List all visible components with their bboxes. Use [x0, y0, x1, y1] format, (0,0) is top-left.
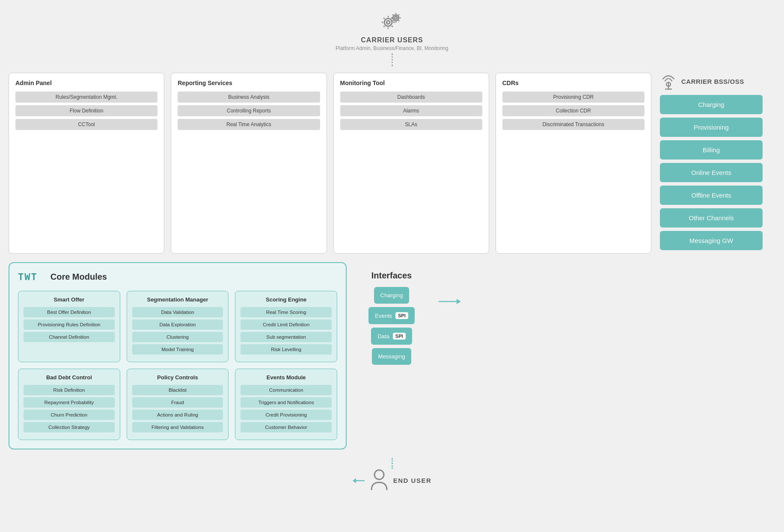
page-container: CARRIER USERS Platform Admin, Business/F… [0, 0, 784, 532]
bss-btn-billing[interactable]: Billing [660, 140, 763, 160]
svg-line-16 [392, 15, 393, 15]
antenna-icon [660, 73, 677, 90]
bss-btn-provisioning[interactable]: Provisioning [660, 118, 763, 137]
arrow-to-bss [437, 296, 462, 307]
cdrs-title: CDRs [502, 80, 644, 86]
connector-line [392, 53, 393, 66]
bss-btn-other-channels[interactable]: Other Channels [660, 208, 763, 228]
svg-line-19 [398, 15, 399, 15]
interfaces-title: Interfaces [371, 271, 412, 281]
policy-item-1: Fraud [132, 397, 223, 408]
smart-offer-module: Smart Offer Best Offer Definition Provis… [18, 291, 120, 362]
admin-panel: Admin Panel Rules/Segmentation Mgmt. Flo… [9, 73, 164, 254]
segmentation-manager-title: Segmentation Manager [132, 296, 223, 303]
monitoring-item-2: SLAs [340, 119, 482, 130]
person-icon [370, 469, 389, 492]
middle-row: TWT Core Modules Smart Offer Best Offer … [9, 262, 775, 449]
carrier-bss-title: CARRIER BSS/OSS [681, 78, 744, 85]
smart-offer-item-0: Best Offer Definition [24, 307, 115, 317]
svg-point-0 [384, 18, 392, 26]
core-modules-title: Core Modules [50, 272, 107, 282]
admin-item-0: Rules/Segmentation Mgmt. [15, 92, 157, 103]
bottom-area: END USER [9, 458, 775, 492]
bss-btn-messaging-gw[interactable]: Messaging GW [660, 231, 763, 250]
interface-messaging-label: Messaging [378, 353, 405, 360]
scoring-item-1: Credit Limit Definition [241, 319, 332, 330]
end-user-label: END USER [393, 477, 432, 484]
admin-item-1: Flow Definition [15, 105, 157, 116]
reporting-services-panel: Reporting Services Business Analysis Con… [171, 73, 327, 254]
admin-item-2: CCTool [15, 119, 157, 130]
interface-events: Events SPI [368, 307, 414, 324]
left-arrow-icon [353, 476, 365, 485]
bad-debt-item-3: Collection Strategy [24, 422, 115, 432]
svg-marker-26 [353, 478, 356, 483]
admin-panel-title: Admin Panel [15, 80, 157, 86]
monitoring-item-1: Alarms [340, 105, 482, 116]
cdrs-item-1: Collection CDR [502, 105, 644, 116]
bad-debt-module: Bad Debt Control Risk Definition Repayme… [18, 369, 120, 440]
monitoring-tool-title: Monitoring Tool [340, 80, 482, 86]
interface-data-label: Data [377, 333, 389, 340]
svg-point-10 [393, 15, 399, 21]
svg-marker-24 [457, 299, 461, 304]
core-modules-container: TWT Core Modules Smart Offer Best Offer … [9, 262, 347, 449]
policy-item-2: Actions and Ruling [132, 410, 223, 420]
bad-debt-item-0: Risk Definition [24, 385, 115, 395]
events-item-3: Customer Behavior [241, 422, 332, 432]
monitoring-item-0: Dashboards [340, 92, 482, 103]
bss-header: CARRIER BSS/OSS [660, 73, 775, 90]
bss-btn-online-events[interactable]: Online Events [660, 163, 763, 182]
seg-item-0: Data Validation [132, 307, 223, 317]
events-item-1: Triggers and Notifications [241, 397, 332, 408]
bad-debt-item-1: Repayment Probability [24, 397, 115, 408]
svg-point-27 [374, 470, 384, 479]
bss-btn-offline-events[interactable]: Offline Events [660, 186, 763, 205]
carrier-bss-column: CARRIER BSS/OSS Charging Provisioning Bi… [660, 73, 775, 254]
twt-logo: TWT [18, 272, 38, 282]
bad-debt-item-2: Churn Prediction [24, 410, 115, 420]
interface-messaging: Messaging [372, 348, 412, 365]
spi-badge-data: SPI [393, 333, 406, 340]
seg-item-2: Clustering [132, 332, 223, 342]
carrier-users-section: CARRIER USERS Platform Admin, Business/F… [9, 9, 775, 68]
policy-controls-title: Policy Controls [132, 374, 223, 381]
carrier-users-subtitle: Platform Admin, Business/Finance, BI, Mo… [336, 45, 448, 51]
right-arrow-icon [438, 296, 461, 307]
interface-charging-label: Charging [380, 292, 403, 299]
spi-badge-events: SPI [395, 312, 408, 319]
events-item-2: Credit Provisioning [241, 410, 332, 420]
svg-line-8 [383, 26, 384, 27]
bottom-connector-line [392, 458, 393, 469]
smart-offer-item-2: Channel Definition [24, 332, 115, 342]
seg-item-3: Model Training [132, 344, 223, 355]
svg-line-18 [392, 21, 393, 21]
cdrs-panel: CDRs Provisioning CDR Collection CDR Dis… [496, 73, 651, 254]
carrier-users-title: CARRIER USERS [361, 36, 423, 44]
policy-item-3: Filtering and Validations [132, 422, 223, 432]
smart-offer-title: Smart Offer [24, 296, 115, 303]
events-item-0: Communication [241, 385, 332, 395]
panels-and-bss-row: Admin Panel Rules/Segmentation Mgmt. Flo… [9, 73, 775, 254]
bss-btn-charging[interactable]: Charging [660, 95, 763, 114]
monitoring-tool-panel: Monitoring Tool Dashboards Alarms SLAs [333, 73, 489, 254]
svg-line-17 [398, 21, 399, 21]
events-module-title: Events Module [241, 374, 332, 381]
gear-icon [379, 9, 405, 34]
svg-line-7 [392, 26, 392, 27]
top-panels-group: Admin Panel Rules/Segmentation Mgmt. Flo… [9, 73, 651, 254]
policy-item-0: Blacklist [132, 385, 223, 395]
reporting-item-2: Real Time Analytics [178, 119, 320, 130]
end-user-row: END USER [353, 469, 432, 492]
policy-controls-module: Policy Controls Blacklist Fraud Actions … [127, 369, 229, 440]
svg-point-11 [395, 17, 397, 19]
interface-data: Data SPI [371, 328, 412, 345]
scoring-item-0: Real Time Scoring [241, 307, 332, 317]
smart-offer-item-1: Provisioning Rules Definition [24, 319, 115, 330]
interfaces-section: Interfaces Charging Events SPI Data SPI … [353, 271, 430, 368]
interface-events-label: Events [375, 313, 392, 319]
reporting-item-1: Controlling Reports [178, 105, 320, 116]
bad-debt-title: Bad Debt Control [24, 374, 115, 381]
cdrs-item-0: Provisioning CDR [502, 92, 644, 103]
scoring-engine-module: Scoring Engine Real Time Scoring Credit … [235, 291, 337, 362]
